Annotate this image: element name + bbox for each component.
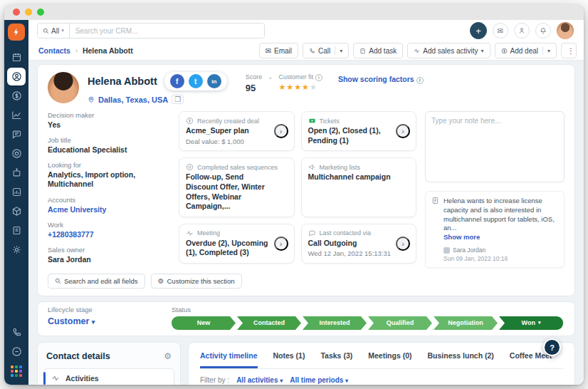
note-input[interactable] — [425, 111, 565, 182]
gear-icon — [11, 244, 22, 255]
sidebar-item-settings[interactable] — [7, 241, 26, 259]
customer-fit-stars: ★★★★★ — [278, 83, 322, 92]
field-label: Job title — [48, 136, 170, 144]
show-more-link[interactable]: Show more — [443, 233, 558, 242]
info-icon[interactable]: i — [315, 74, 322, 81]
sidebar-item-documents[interactable] — [7, 222, 26, 239]
add-deal-button[interactable]: Add deal ▾ — [495, 43, 557, 58]
sidebar-item-reports[interactable] — [7, 106, 26, 124]
field-label: Work — [48, 221, 170, 229]
dot-separator: • — [269, 73, 271, 82]
email-inbox-button[interactable]: ✉ — [493, 23, 508, 38]
author-avatar-icon — [443, 247, 450, 254]
stage-contacted[interactable]: Contacted — [237, 316, 301, 330]
quick-add-button[interactable]: + — [470, 22, 487, 39]
filter-all-activities[interactable]: All activities ▾ — [236, 376, 283, 384]
target-icon — [11, 148, 22, 159]
card-value: Open (2), Closed (1), Pending (1) — [308, 126, 410, 145]
user-avatar[interactable] — [557, 22, 574, 39]
sidebar-item-outreach[interactable] — [7, 145, 26, 162]
card-title: Recently created deal — [197, 118, 259, 125]
button-label: Customize this section — [167, 277, 234, 285]
search-input[interactable] — [70, 24, 264, 38]
sidebar-item-chat[interactable] — [7, 343, 26, 361]
account-link[interactable]: Acme University — [48, 205, 170, 214]
contact-header: Helena Abbott f t in Dallas, Texas, USA — [48, 72, 565, 104]
status-block: Status New Contacted Interested Qualifie… — [172, 306, 565, 330]
sales-sequences-card: Completed sales sequences Follow-up, Sen… — [179, 157, 295, 217]
card-sub: Wed 12 Jan, 2022 15:13:31 — [308, 249, 410, 257]
sidebar-item-dashboard[interactable] — [7, 48, 26, 66]
search-scope-label: All — [51, 27, 59, 35]
add-task-button[interactable]: Add task — [353, 43, 403, 58]
stage-new[interactable]: New — [172, 316, 236, 330]
deals-dollar-icon — [11, 90, 22, 101]
tab-activity-timeline[interactable]: Activity timeline — [200, 343, 258, 368]
caret-down-icon[interactable]: ▾ — [547, 48, 550, 54]
caret-down-icon[interactable]: ▾ — [481, 48, 483, 54]
search-edit-fields-button[interactable]: Search and edit all fields — [48, 274, 145, 289]
notifications-button[interactable] — [535, 23, 551, 38]
stage-interested[interactable]: Interested — [303, 316, 367, 330]
line-chart-icon — [11, 110, 22, 120]
chevron-right-icon[interactable]: › — [274, 124, 288, 138]
call-button[interactable]: Call ▾ — [303, 43, 349, 58]
stars-filled: ★★★★ — [278, 83, 309, 91]
add-sales-activity-button[interactable]: Add sales activity ▾ — [407, 43, 490, 58]
ticket-icon — [308, 117, 316, 125]
customer-fit-label: Customer fiti — [278, 73, 322, 81]
close-window-button[interactable] — [13, 9, 20, 16]
tab-meetings[interactable]: Meetings (0) — [368, 343, 411, 368]
email-button[interactable]: ✉ Email — [259, 43, 298, 58]
breadcrumb-contacts-link[interactable]: Contacts — [38, 46, 70, 55]
sidebar-item-deals[interactable] — [7, 87, 26, 105]
tab-notes[interactable]: Notes (1) — [273, 343, 305, 368]
chevron-right-icon[interactable]: › — [274, 237, 288, 251]
copy-icon[interactable]: ❐ — [172, 95, 184, 104]
freshsales-logo-icon[interactable] — [8, 24, 25, 41]
tab-tasks[interactable]: Tasks (3) — [320, 343, 352, 368]
sidebar-item-app-switcher[interactable] — [7, 362, 26, 380]
note-item: Helena wants to increase license capacit… — [425, 191, 565, 268]
chevron-right-icon[interactable]: › — [396, 237, 410, 251]
tab-business-lunch[interactable]: Business lunch (2) — [427, 343, 493, 368]
chevron-right-icon: › — [75, 47, 78, 54]
sidebar-item-conversations[interactable] — [7, 125, 26, 143]
lifecycle-stage-dropdown[interactable]: Customer ▾ — [48, 316, 154, 326]
stage-negotiation[interactable]: Negotiation — [434, 316, 498, 330]
stage-qualified[interactable]: Qualified — [368, 316, 432, 330]
minimize-window-button[interactable] — [25, 9, 32, 16]
sidebar-item-products[interactable] — [7, 202, 26, 220]
stage-won[interactable]: Won▾ — [499, 316, 563, 330]
work-phone-link[interactable]: +1280383777 — [48, 230, 170, 239]
sidebar-item-phone[interactable] — [7, 323, 26, 341]
card-title: Last contacted via — [320, 229, 372, 237]
caret-down-icon: ▾ — [538, 320, 541, 326]
sidebar-item-contacts[interactable] — [7, 68, 26, 85]
summary-footer: Search and edit all fields ⚙ Customize t… — [48, 274, 565, 289]
show-scoring-factors-link[interactable]: Show scoring factorsi — [338, 73, 424, 84]
contact-details-panel: Contact details ⚙ Activities Contact fie… — [37, 342, 181, 385]
gear-icon[interactable]: ⚙ — [164, 351, 172, 361]
details-item-activities[interactable]: Activities — [43, 368, 174, 385]
social-links: f t in — [164, 72, 227, 90]
add-deal-button-label: Add deal — [510, 47, 538, 55]
chevron-right-icon[interactable]: › — [396, 124, 410, 138]
zoom-window-button[interactable] — [37, 9, 44, 16]
facebook-icon[interactable]: f — [170, 74, 184, 88]
more-actions-button[interactable]: ⋮ — [561, 43, 577, 58]
card-sub: Deal value: $ 1,000 — [186, 138, 288, 145]
contact-location[interactable]: Dallas, Texas, USA — [98, 95, 168, 104]
customize-section-button[interactable]: ⚙ Customize this section — [151, 274, 242, 289]
field-sales-owner: Sales owner Sara Jordan — [48, 246, 170, 264]
linkedin-icon[interactable]: in — [207, 74, 221, 88]
caret-down-icon[interactable]: ▾ — [340, 48, 342, 54]
help-button[interactable]: ? — [543, 338, 561, 356]
profile-alert-button[interactable] — [514, 23, 530, 38]
filter-all-time-periods[interactable]: All time periods ▾ — [290, 376, 348, 384]
card-title: Marketing lists — [320, 164, 361, 171]
sidebar-item-analytics[interactable] — [7, 183, 26, 201]
search-scope-dropdown[interactable]: All ▾ — [38, 24, 70, 38]
twitter-icon[interactable]: t — [189, 74, 203, 88]
sidebar-item-bots[interactable] — [7, 164, 26, 182]
